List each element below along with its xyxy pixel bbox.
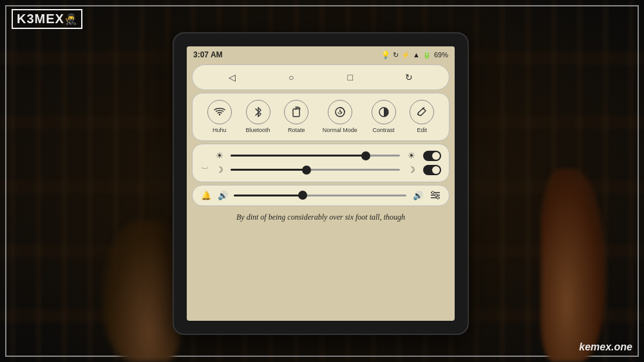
equalizer-icon bbox=[430, 191, 441, 200]
quick-item-rotate[interactable]: Rotate bbox=[284, 100, 308, 134]
normal-mode-label: Normal Mode bbox=[323, 127, 357, 134]
quick-settings-panel: Huhu Bluetooth bbox=[192, 93, 450, 141]
volume-row: 🔔 🔊 🔊 bbox=[200, 191, 441, 200]
nav-bar: ◁ ○ □ ↻ bbox=[192, 64, 450, 90]
warmth-toggle[interactable] bbox=[423, 165, 441, 175]
book-text-area: By dint of being considerably over six f… bbox=[192, 209, 450, 226]
mode-svg bbox=[334, 106, 346, 118]
recents-button[interactable]: □ bbox=[343, 70, 357, 84]
battery-icon: 🔋 bbox=[422, 51, 431, 59]
rotate-label: Rotate bbox=[288, 127, 305, 134]
svg-point-10 bbox=[435, 194, 437, 196]
edit-svg bbox=[416, 106, 428, 118]
watermark-top: K3MEX 🥷 bbox=[12, 9, 82, 29]
brightness-slider[interactable] bbox=[231, 155, 400, 157]
edit-label: Edit bbox=[417, 127, 427, 134]
contrast-svg bbox=[378, 106, 390, 118]
bluetooth-status-icon: ⚡ bbox=[401, 51, 410, 59]
ninja-icon: 🥷 bbox=[64, 13, 77, 25]
ereader-device: 3:07 AM 💡 ↻ ⚡ ▲ 🔋 69% ◁ ○ □ ↻ bbox=[173, 32, 469, 335]
svg-line-5 bbox=[418, 113, 419, 115]
sync-icon: ↻ bbox=[393, 51, 399, 59]
warmth-row: ☽ ☽ bbox=[214, 165, 441, 175]
rotate-svg bbox=[290, 106, 302, 118]
hand-right bbox=[541, 169, 605, 362]
normal-mode-circle-icon bbox=[328, 100, 352, 124]
book-text-content: By dint of being considerably over six f… bbox=[200, 213, 442, 222]
moon-icon: ☽ bbox=[214, 165, 225, 175]
bluetooth-label: Bluetooth bbox=[245, 127, 270, 134]
huhu-label: Huhu bbox=[213, 127, 227, 134]
quick-item-contrast[interactable]: Contrast bbox=[372, 100, 396, 134]
warmth-slider[interactable] bbox=[231, 169, 400, 171]
moon-warm-icon: ☽ bbox=[405, 165, 418, 175]
svg-rect-0 bbox=[293, 109, 299, 117]
quick-item-edit[interactable]: Edit bbox=[410, 100, 434, 134]
svg-point-11 bbox=[431, 191, 434, 194]
watermark-bottom: kemex.one bbox=[579, 341, 632, 353]
edit-circle-icon bbox=[410, 100, 434, 124]
refresh-button[interactable]: ↻ bbox=[402, 70, 416, 84]
sun-icon: ☀ bbox=[214, 151, 225, 160]
status-icons: 💡 ↻ ⚡ ▲ 🔋 69% bbox=[381, 51, 448, 59]
brightness-toggle[interactable] bbox=[423, 151, 441, 161]
contrast-circle-icon bbox=[372, 100, 396, 124]
hand-left bbox=[103, 220, 180, 362]
brightness-row: ☀ ☀ bbox=[214, 151, 441, 161]
wifi-status-icon: ▲ bbox=[413, 51, 420, 59]
status-bar: 3:07 AM 💡 ↻ ⚡ ▲ 🔋 69% bbox=[187, 46, 455, 62]
home-button[interactable]: ○ bbox=[284, 70, 298, 84]
quick-item-bluetooth[interactable]: Bluetooth bbox=[245, 100, 270, 134]
bluetooth-circle-icon bbox=[246, 100, 270, 124]
quick-item-normal-mode[interactable]: Normal Mode bbox=[323, 100, 357, 134]
quick-icons-row: Huhu Bluetooth bbox=[200, 100, 441, 134]
ereader-screen: 3:07 AM 💡 ↻ ⚡ ▲ 🔋 69% ◁ ○ □ ↻ bbox=[187, 46, 455, 321]
volume-icon: 🔊 bbox=[217, 191, 229, 200]
battery-percentage: 69% bbox=[434, 51, 448, 59]
rotate-circle-icon bbox=[284, 100, 308, 124]
status-time: 3:07 AM bbox=[193, 50, 223, 59]
svg-line-6 bbox=[423, 108, 424, 109]
quick-item-huhu[interactable]: Huhu bbox=[207, 100, 232, 134]
bluetooth-svg bbox=[254, 106, 263, 118]
volume-up-icon: 🔊 bbox=[412, 191, 424, 200]
volume-panel: 🔔 🔊 🔊 bbox=[192, 185, 450, 206]
volume-slider[interactable] bbox=[234, 195, 406, 196]
wifi-circle-icon bbox=[207, 100, 232, 124]
brightness-panel: 〕 ☀ ☀ ☽ bbox=[192, 144, 450, 182]
svg-point-12 bbox=[437, 196, 439, 199]
contrast-label: Contrast bbox=[373, 127, 395, 134]
back-button[interactable]: ◁ bbox=[225, 70, 240, 84]
bell-icon: 🔔 bbox=[200, 191, 212, 200]
sun-bright-icon: ☀ bbox=[405, 151, 418, 160]
light-icon: 💡 bbox=[381, 51, 390, 59]
logo-text: K3MEX bbox=[17, 12, 64, 26]
wifi-svg bbox=[214, 108, 225, 117]
